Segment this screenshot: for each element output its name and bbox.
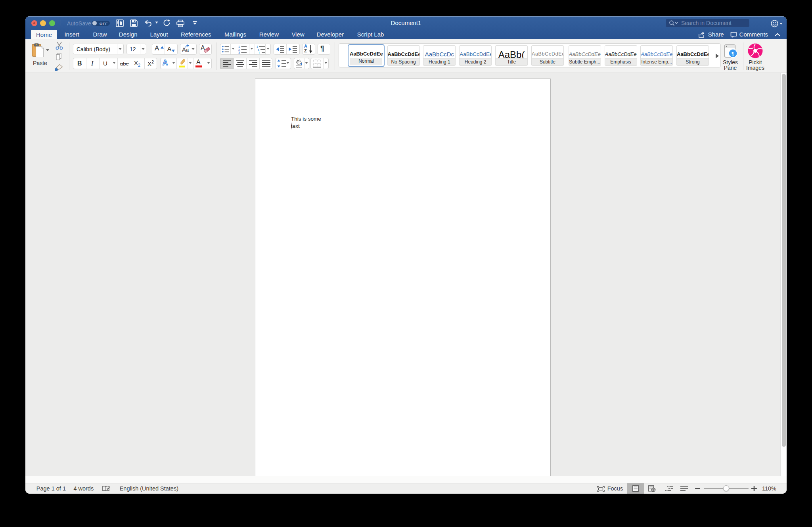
svg-text:¶: ¶ (732, 51, 734, 57)
svg-text:i: i (259, 51, 260, 54)
svg-text:a: a (258, 48, 259, 51)
svg-text:3: 3 (238, 51, 240, 54)
svg-text:1: 1 (257, 45, 258, 48)
